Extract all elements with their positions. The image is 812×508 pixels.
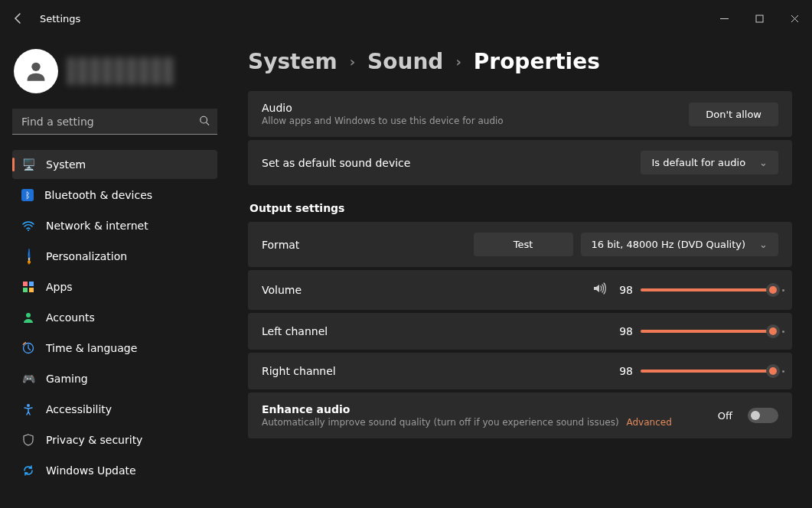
advanced-link[interactable]: Advanced	[626, 417, 671, 428]
window-controls	[706, 3, 812, 34]
sidebar-item-system[interactable]: 🖥️ System	[12, 150, 217, 179]
left-channel-card: Left channel 98	[248, 313, 792, 350]
chevron-right-icon: ›	[455, 54, 461, 70]
svg-point-12	[27, 404, 30, 407]
wifi-icon	[21, 219, 35, 233]
enhance-state: Off	[718, 410, 732, 422]
slider-tick	[782, 370, 784, 373]
profile-name	[67, 57, 174, 85]
sidebar-item-apps[interactable]: Apps	[12, 272, 217, 301]
update-icon	[21, 464, 35, 477]
svg-line-4	[207, 122, 210, 125]
sidebar-item-network[interactable]: Network & internet	[12, 211, 217, 240]
output-settings-heading: Output settings	[249, 202, 792, 214]
enhance-audio-card: Enhance audio Automatically improve soun…	[248, 392, 792, 438]
sidebar-item-label: Accounts	[46, 311, 95, 324]
search-box	[12, 109, 217, 135]
sidebar-item-time[interactable]: Time & language	[12, 334, 217, 363]
format-select[interactable]: 16 bit, 48000 Hz (DVD Quality) ⌄	[581, 233, 778, 256]
breadcrumb: System › Sound › Properties	[248, 49, 792, 74]
dont-allow-button[interactable]: Don't allow	[689, 103, 778, 126]
search-icon	[199, 115, 210, 129]
toggle-knob	[751, 411, 760, 420]
enhance-toggle[interactable]	[748, 408, 778, 423]
sidebar-item-label: Apps	[46, 281, 73, 293]
left-channel-value: 98	[615, 325, 633, 337]
right-channel-slider[interactable]	[641, 363, 778, 379]
sidebar-item-accounts[interactable]: Accounts	[12, 303, 217, 332]
monitor-icon: 🖥️	[21, 158, 35, 171]
left-channel-title: Left channel	[262, 325, 615, 337]
default-device-card: Set as default sound device Is default f…	[248, 140, 792, 185]
sidebar-item-gaming[interactable]: 🎮 Gaming	[12, 364, 217, 393]
sidebar-item-update[interactable]: Windows Update	[12, 456, 217, 485]
main-panel: System › Sound › Properties Audio Allow …	[230, 37, 812, 508]
slider-fill	[641, 288, 773, 291]
sidebar-item-accessibility[interactable]: Accessibility	[12, 395, 217, 424]
sidebar-item-privacy[interactable]: Privacy & security	[12, 425, 217, 454]
volume-title: Volume	[262, 284, 592, 296]
chevron-down-icon: ⌄	[759, 157, 768, 168]
svg-point-2	[31, 63, 40, 71]
svg-rect-9	[29, 288, 34, 292]
default-device-value: Is default for audio	[651, 157, 745, 168]
default-device-title: Set as default sound device	[262, 157, 641, 169]
sidebar-item-label: Network & internet	[46, 220, 148, 232]
slider-thumb[interactable]	[766, 364, 780, 378]
arrow-left-icon	[12, 12, 24, 24]
slider-tick	[782, 331, 784, 333]
chevron-down-icon: ⌄	[759, 239, 768, 250]
titlebar: Settings	[0, 0, 812, 37]
search-input[interactable]	[12, 109, 217, 135]
sidebar-item-label: System	[46, 158, 86, 171]
clock-icon	[21, 341, 35, 355]
enhance-title: Enhance audio	[262, 403, 718, 415]
format-value: 16 bit, 48000 Hz (DVD Quality)	[592, 239, 746, 250]
back-button[interactable]	[0, 0, 37, 37]
nav-list: 🖥️ System ᛒ Bluetooth & devices Network …	[6, 150, 223, 485]
svg-rect-7	[29, 282, 34, 286]
sidebar: 🖥️ System ᛒ Bluetooth & devices Network …	[0, 37, 230, 508]
right-channel-title: Right channel	[262, 365, 615, 377]
default-device-select[interactable]: Is default for audio ⌄	[641, 151, 778, 174]
maximize-button[interactable]	[742, 3, 777, 34]
user-icon	[23, 58, 49, 84]
svg-rect-1	[756, 15, 763, 22]
enhance-sub-text: Automatically improve sound quality (tur…	[262, 417, 619, 428]
svg-rect-8	[23, 288, 28, 292]
close-button[interactable]	[777, 3, 812, 34]
sidebar-item-label: Personalization	[46, 250, 127, 262]
speaker-icon[interactable]	[592, 281, 607, 299]
sidebar-item-bluetooth[interactable]: ᛒ Bluetooth & devices	[12, 181, 217, 210]
breadcrumb-system[interactable]: System	[248, 49, 338, 74]
slider-thumb[interactable]	[766, 324, 780, 338]
svg-point-5	[28, 230, 29, 231]
bluetooth-icon: ᛒ	[21, 189, 34, 201]
enhance-subtitle: Automatically improve sound quality (tur…	[262, 417, 718, 428]
minimize-button[interactable]	[706, 3, 742, 34]
svg-point-10	[26, 313, 31, 318]
volume-card: Volume 98	[248, 270, 792, 310]
audio-title: Audio	[262, 102, 689, 114]
left-channel-slider[interactable]	[641, 324, 778, 339]
test-button[interactable]: Test	[474, 233, 573, 256]
shield-icon	[21, 433, 35, 447]
format-title: Format	[262, 239, 474, 251]
sidebar-item-label: Bluetooth & devices	[44, 189, 152, 201]
sidebar-item-label: Accessibility	[46, 403, 112, 415]
sidebar-item-label: Time & language	[46, 342, 137, 354]
audio-card: Audio Allow apps and Windows to use this…	[248, 91, 792, 137]
avatar	[14, 49, 58, 93]
svg-point-3	[201, 116, 207, 123]
volume-value: 98	[615, 284, 633, 296]
sidebar-item-personalization[interactable]: 🖌️ Personalization	[12, 242, 217, 271]
breadcrumb-properties: Properties	[474, 49, 600, 74]
profile[interactable]	[6, 43, 223, 109]
slider-fill	[641, 330, 773, 333]
volume-slider[interactable]	[641, 282, 778, 298]
person-icon	[21, 311, 35, 324]
slider-thumb[interactable]	[766, 283, 780, 297]
breadcrumb-sound[interactable]: Sound	[367, 49, 443, 74]
sidebar-item-label: Gaming	[46, 373, 88, 385]
minimize-icon	[720, 15, 729, 23]
